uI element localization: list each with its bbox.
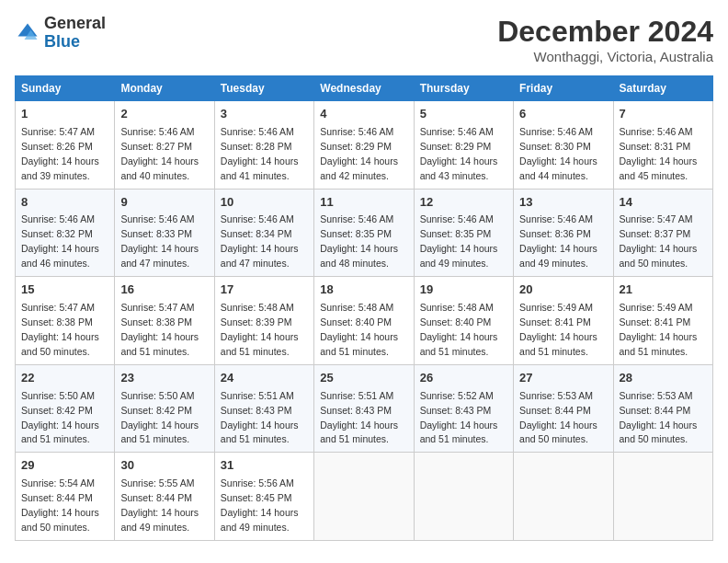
- day-number: 25: [320, 370, 407, 387]
- day-number: 29: [21, 457, 108, 475]
- day-info: Sunrise: 5:50 AMSunset: 8:42 PMDaylight:…: [120, 390, 199, 445]
- day-number: 2: [120, 106, 208, 123]
- calendar-cell: 24Sunrise: 5:51 AMSunset: 8:43 PMDayligh…: [214, 364, 313, 453]
- day-info: Sunrise: 5:46 AMSunset: 8:28 PMDaylight:…: [221, 126, 299, 181]
- day-number: 3: [221, 106, 308, 123]
- calendar-cell: [613, 453, 712, 541]
- day-number: 26: [420, 370, 507, 387]
- calendar-cell: 27Sunrise: 5:53 AMSunset: 8:44 PMDayligh…: [514, 364, 613, 453]
- day-number: 20: [519, 282, 607, 299]
- day-number: 28: [620, 370, 707, 387]
- calendar-cell: [514, 453, 613, 541]
- day-number: 30: [120, 457, 208, 475]
- logo: General Blue: [15, 15, 106, 52]
- calendar-cell: 18Sunrise: 5:48 AMSunset: 8:40 PMDayligh…: [314, 277, 414, 365]
- day-number: 5: [420, 106, 507, 123]
- calendar-row-1: 1Sunrise: 5:47 AMSunset: 8:26 PMDaylight…: [16, 101, 713, 190]
- day-number: 13: [519, 194, 607, 212]
- col-header-sunday: Sunday: [16, 76, 115, 101]
- calendar-cell: 30Sunrise: 5:55 AMSunset: 8:44 PMDayligh…: [115, 453, 214, 541]
- day-info: Sunrise: 5:56 AMSunset: 8:45 PMDaylight:…: [221, 477, 299, 533]
- day-info: Sunrise: 5:46 AMSunset: 8:34 PMDaylight:…: [221, 213, 299, 269]
- day-number: 22: [21, 370, 108, 387]
- day-info: Sunrise: 5:53 AMSunset: 8:44 PMDaylight:…: [620, 390, 698, 445]
- day-number: 16: [120, 282, 208, 299]
- day-info: Sunrise: 5:46 AMSunset: 8:31 PMDaylight:…: [620, 126, 698, 181]
- day-info: Sunrise: 5:47 AMSunset: 8:26 PMDaylight:…: [21, 126, 99, 181]
- day-number: 4: [320, 106, 407, 123]
- day-info: Sunrise: 5:47 AMSunset: 8:37 PMDaylight:…: [620, 213, 698, 269]
- day-info: Sunrise: 5:49 AMSunset: 8:41 PMDaylight:…: [620, 302, 698, 357]
- col-header-saturday: Saturday: [613, 76, 712, 101]
- calendar-cell: 3Sunrise: 5:46 AMSunset: 8:28 PMDaylight…: [214, 101, 313, 190]
- day-number: 31: [221, 457, 308, 475]
- calendar-cell: 15Sunrise: 5:47 AMSunset: 8:38 PMDayligh…: [16, 277, 115, 365]
- day-number: 12: [420, 194, 507, 212]
- day-number: 10: [221, 194, 308, 212]
- day-info: Sunrise: 5:46 AMSunset: 8:29 PMDaylight:…: [420, 126, 498, 181]
- calendar-cell: 11Sunrise: 5:46 AMSunset: 8:35 PMDayligh…: [314, 189, 414, 277]
- day-number: 11: [320, 194, 407, 212]
- calendar-row-4: 22Sunrise: 5:50 AMSunset: 8:42 PMDayligh…: [16, 364, 713, 453]
- day-info: Sunrise: 5:46 AMSunset: 8:30 PMDaylight:…: [519, 126, 597, 181]
- day-info: Sunrise: 5:51 AMSunset: 8:43 PMDaylight:…: [320, 390, 398, 445]
- calendar-cell: 10Sunrise: 5:46 AMSunset: 8:34 PMDayligh…: [214, 189, 313, 277]
- calendar-row-2: 8Sunrise: 5:46 AMSunset: 8:32 PMDaylight…: [16, 189, 713, 277]
- calendar-cell: 22Sunrise: 5:50 AMSunset: 8:42 PMDayligh…: [16, 364, 115, 453]
- day-number: 17: [221, 282, 308, 299]
- logo-icon: [15, 20, 40, 46]
- day-number: 27: [519, 370, 607, 387]
- day-info: Sunrise: 5:55 AMSunset: 8:44 PMDaylight:…: [120, 477, 199, 533]
- day-info: Sunrise: 5:46 AMSunset: 8:36 PMDaylight:…: [519, 213, 597, 269]
- calendar-cell: 21Sunrise: 5:49 AMSunset: 8:41 PMDayligh…: [613, 277, 712, 365]
- day-info: Sunrise: 5:49 AMSunset: 8:41 PMDaylight:…: [519, 302, 597, 357]
- day-number: 8: [21, 194, 108, 212]
- title-block: December 2024 Wonthaggi, Victoria, Austr…: [497, 15, 713, 64]
- calendar-cell: 28Sunrise: 5:53 AMSunset: 8:44 PMDayligh…: [613, 364, 712, 453]
- calendar-cell: 9Sunrise: 5:46 AMSunset: 8:33 PMDaylight…: [115, 189, 214, 277]
- day-info: Sunrise: 5:48 AMSunset: 8:40 PMDaylight:…: [320, 302, 398, 357]
- day-number: 14: [620, 194, 707, 212]
- calendar-cell: 7Sunrise: 5:46 AMSunset: 8:31 PMDaylight…: [613, 101, 712, 190]
- day-info: Sunrise: 5:47 AMSunset: 8:38 PMDaylight:…: [120, 302, 199, 357]
- day-number: 7: [620, 106, 707, 123]
- col-header-tuesday: Tuesday: [214, 76, 313, 101]
- calendar-cell: 14Sunrise: 5:47 AMSunset: 8:37 PMDayligh…: [613, 189, 712, 277]
- logo-text: General Blue: [44, 15, 106, 52]
- day-info: Sunrise: 5:52 AMSunset: 8:43 PMDaylight:…: [420, 390, 498, 445]
- calendar-cell: 12Sunrise: 5:46 AMSunset: 8:35 PMDayligh…: [414, 189, 513, 277]
- calendar-cell: 1Sunrise: 5:47 AMSunset: 8:26 PMDaylight…: [16, 101, 115, 190]
- calendar-cell: 20Sunrise: 5:49 AMSunset: 8:41 PMDayligh…: [514, 277, 613, 365]
- calendar-row-3: 15Sunrise: 5:47 AMSunset: 8:38 PMDayligh…: [16, 277, 713, 365]
- col-header-friday: Friday: [514, 76, 613, 101]
- day-info: Sunrise: 5:46 AMSunset: 8:27 PMDaylight:…: [120, 126, 199, 181]
- calendar-cell: [314, 453, 414, 541]
- day-info: Sunrise: 5:46 AMSunset: 8:35 PMDaylight:…: [320, 213, 398, 269]
- page-header: General Blue December 2024 Wonthaggi, Vi…: [15, 15, 713, 64]
- day-number: 21: [620, 282, 707, 299]
- calendar-cell: 6Sunrise: 5:46 AMSunset: 8:30 PMDaylight…: [514, 101, 613, 190]
- calendar-cell: 31Sunrise: 5:56 AMSunset: 8:45 PMDayligh…: [214, 453, 313, 541]
- day-info: Sunrise: 5:48 AMSunset: 8:39 PMDaylight:…: [221, 302, 299, 357]
- day-info: Sunrise: 5:48 AMSunset: 8:40 PMDaylight:…: [420, 302, 498, 357]
- col-header-wednesday: Wednesday: [314, 76, 414, 101]
- col-header-monday: Monday: [115, 76, 214, 101]
- calendar-cell: 17Sunrise: 5:48 AMSunset: 8:39 PMDayligh…: [214, 277, 313, 365]
- calendar-table: SundayMondayTuesdayWednesdayThursdayFrid…: [15, 75, 713, 541]
- day-number: 6: [519, 106, 607, 123]
- calendar-cell: 26Sunrise: 5:52 AMSunset: 8:43 PMDayligh…: [414, 364, 513, 453]
- day-info: Sunrise: 5:46 AMSunset: 8:33 PMDaylight:…: [120, 213, 199, 269]
- day-info: Sunrise: 5:50 AMSunset: 8:42 PMDaylight:…: [21, 390, 99, 445]
- calendar-cell: 8Sunrise: 5:46 AMSunset: 8:32 PMDaylight…: [16, 189, 115, 277]
- day-number: 19: [420, 282, 507, 299]
- day-number: 18: [320, 282, 407, 299]
- calendar-cell: 29Sunrise: 5:54 AMSunset: 8:44 PMDayligh…: [16, 453, 115, 541]
- day-info: Sunrise: 5:46 AMSunset: 8:35 PMDaylight:…: [420, 213, 498, 269]
- calendar-cell: 25Sunrise: 5:51 AMSunset: 8:43 PMDayligh…: [314, 364, 414, 453]
- calendar-row-5: 29Sunrise: 5:54 AMSunset: 8:44 PMDayligh…: [16, 453, 713, 541]
- calendar-cell: 5Sunrise: 5:46 AMSunset: 8:29 PMDaylight…: [414, 101, 513, 190]
- day-number: 15: [21, 282, 108, 299]
- day-info: Sunrise: 5:46 AMSunset: 8:29 PMDaylight:…: [320, 126, 398, 181]
- day-info: Sunrise: 5:47 AMSunset: 8:38 PMDaylight:…: [21, 302, 99, 357]
- month-title: December 2024: [497, 15, 713, 49]
